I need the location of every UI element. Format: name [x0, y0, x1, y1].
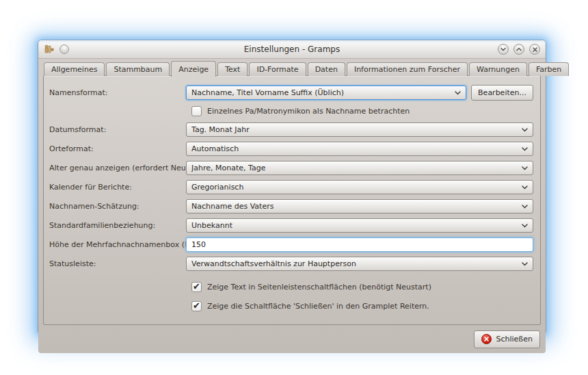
- chevron-down-icon: [518, 205, 528, 209]
- chevron-down-icon: [518, 224, 528, 228]
- close-red-icon: [481, 334, 492, 344]
- close-dialog-button[interactable]: Schließen: [474, 331, 540, 348]
- close-dialog-button-label: Schließen: [496, 335, 533, 344]
- date-format-label: Datumsformat:: [49, 125, 186, 134]
- titlebar[interactable]: Einstellungen - Gramps: [38, 40, 546, 59]
- tab-allgemeines[interactable]: Allgemeines: [44, 62, 105, 76]
- chevron-down-icon: [518, 166, 528, 170]
- surname-guessing-label: Nachnamen-Schätzung:: [49, 202, 186, 211]
- tab-daten[interactable]: Daten: [308, 62, 345, 76]
- edit-name-format-button[interactable]: Bearbeiten...: [471, 85, 533, 101]
- chevron-down-icon: [500, 47, 506, 51]
- age-display-select[interactable]: Jahre, Monate, Tage: [186, 161, 533, 175]
- tab-warnungen[interactable]: Warnungen: [469, 62, 527, 76]
- tab-farben[interactable]: Farben: [529, 62, 569, 76]
- chevron-down-icon: [518, 185, 528, 190]
- minimize-button[interactable]: [498, 44, 509, 55]
- close-window-button[interactable]: [529, 44, 540, 55]
- chevron-down-icon: [451, 91, 461, 95]
- multi-surname-box-height-row: Höhe der Mehrfachnachnamenbox (Pixel):: [49, 237, 533, 252]
- place-format-row: Orteformat: Automatisch: [49, 142, 533, 156]
- surname-guessing-select[interactable]: Nachname des Vaters: [186, 199, 533, 214]
- report-calendar-select[interactable]: Gregorianisch: [186, 180, 533, 194]
- action-bar: Schließen: [43, 325, 541, 353]
- patronymic-checkbox-label: Einzelnes Pa/Matronymikon als Nachname b…: [207, 107, 410, 116]
- gramplet-close-checkbox-label: Zeige die Schaltfläche 'Schließen' in de…: [207, 302, 429, 311]
- tab-stammbaum[interactable]: Stammbaum: [106, 62, 170, 76]
- status-bar-select[interactable]: Verwandtschaftsverhältnis zur Hauptperso…: [186, 257, 533, 271]
- status-bar-row: Statusleiste: Verwandtschaftsverhältnis …: [49, 257, 533, 271]
- tab-informationen-zum-forscher[interactable]: Informationen zum Forscher: [347, 62, 468, 76]
- name-format-row: Namensformat: Nachname, Titel Vorname Su…: [49, 85, 533, 101]
- window-title: Einstellungen - Gramps: [38, 44, 546, 54]
- default-family-relation-label: Standardfamilienbeziehung:: [49, 221, 186, 230]
- gramplet-close-checkbox[interactable]: [191, 301, 202, 311]
- gramps-app-icon: [44, 44, 55, 55]
- window-menu-button[interactable]: [59, 44, 69, 54]
- patronymic-checkbox-row: Einzelnes Pa/Matronymikon als Nachname b…: [191, 106, 533, 116]
- gramplet-close-checkbox-row: Zeige die Schaltfläche 'Schließen' in de…: [191, 301, 533, 311]
- report-calendar-row: Kalender für Berichte: Gregorianisch: [49, 180, 533, 194]
- chevron-down-icon: [518, 147, 528, 151]
- tab-anzeige[interactable]: Anzeige: [171, 61, 216, 77]
- multi-surname-box-height-input[interactable]: [186, 237, 533, 252]
- patronymic-checkbox[interactable]: [191, 106, 202, 116]
- sidebar-text-checkbox-label: Zeige Text in Seitenleistenschaltflächen…: [207, 283, 431, 292]
- chevron-down-icon: [518, 128, 528, 132]
- close-icon: [533, 47, 537, 52]
- preferences-dialog: Einstellungen - Gramps Allgemeines Stamm…: [38, 40, 546, 335]
- date-format-select[interactable]: Tag. Monat Jahr: [186, 122, 533, 137]
- tab-text[interactable]: Text: [217, 62, 248, 76]
- multi-surname-box-height-label: Höhe der Mehrfachnachnamenbox (Pixel):: [49, 240, 186, 249]
- anzeige-tab-page: Namensformat: Nachname, Titel Vorname Su…: [43, 75, 541, 325]
- name-format-label: Namensformat:: [49, 88, 186, 97]
- status-bar-label: Statusleiste:: [49, 259, 186, 268]
- tab-id-formate[interactable]: ID-Formate: [249, 62, 306, 76]
- chevron-down-icon: [518, 262, 528, 266]
- place-format-select[interactable]: Automatisch: [186, 142, 533, 156]
- maximize-button[interactable]: [513, 44, 524, 55]
- default-family-relation-row: Standardfamilienbeziehung: Unbekannt: [49, 218, 533, 233]
- place-format-label: Orteformat:: [49, 144, 186, 153]
- chevron-up-icon: [516, 47, 522, 51]
- sidebar-text-checkbox[interactable]: [191, 282, 202, 292]
- report-calendar-label: Kalender für Berichte:: [49, 183, 186, 192]
- age-display-row: Alter genau anzeigen (erfordert Neustart…: [49, 161, 533, 175]
- date-format-row: Datumsformat: Tag. Monat Jahr: [49, 122, 533, 137]
- name-format-select[interactable]: Nachname, Titel Vorname Suffix (Üblich): [186, 86, 466, 100]
- default-family-relation-select[interactable]: Unbekannt: [186, 218, 533, 233]
- age-display-label: Alter genau anzeigen (erfordert Neustart…: [49, 164, 186, 172]
- sidebar-text-checkbox-row: Zeige Text in Seitenleistenschaltflächen…: [191, 282, 533, 292]
- tab-bar: Allgemeines Stammbaum Anzeige Text ID-Fo…: [43, 61, 541, 76]
- surname-guessing-row: Nachnamen-Schätzung: Nachname des Vaters: [49, 199, 533, 214]
